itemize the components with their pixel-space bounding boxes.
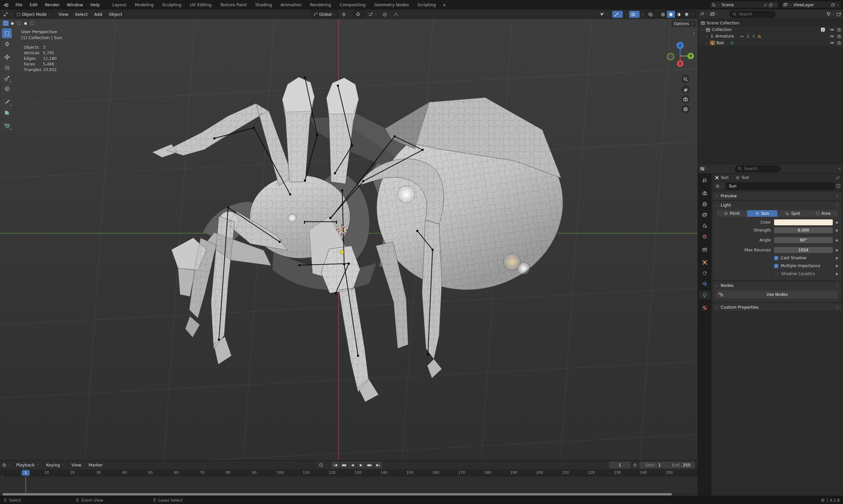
tab-output[interactable] <box>699 200 710 208</box>
new-collection-button[interactable] <box>837 12 841 17</box>
tab-object-data[interactable] <box>699 290 710 299</box>
hide-icon[interactable] <box>830 34 835 39</box>
properties-search[interactable] <box>735 165 781 172</box>
tab-constraints[interactable] <box>699 269 710 277</box>
light-type-sun[interactable]: Sun <box>747 210 777 217</box>
play-reverse-button[interactable]: ◀ <box>348 462 356 468</box>
workspace-tab[interactable]: Shading <box>251 1 276 9</box>
auto-keying-toggle[interactable] <box>317 462 324 468</box>
workspace-tab[interactable]: Modeling <box>131 1 158 9</box>
timeline-menu-playback[interactable]: Playback <box>13 461 42 469</box>
tab-world[interactable] <box>699 232 710 241</box>
viewport-menu-item[interactable]: View <box>55 11 72 18</box>
shading-material-button[interactable] <box>675 11 683 18</box>
max-bounces-field[interactable]: 1024 <box>774 247 833 253</box>
decorator-dot[interactable]: ● <box>834 221 838 224</box>
start-frame-field[interactable]: Start1 <box>639 462 667 468</box>
tab-render[interactable] <box>699 189 710 197</box>
close-icon[interactable] <box>836 3 839 7</box>
snap-with-dropdown[interactable] <box>366 11 379 18</box>
tool-add-cube[interactable] <box>2 121 12 130</box>
workspace-tab[interactable]: Rendering <box>306 1 335 9</box>
timeline-expand-icon[interactable] <box>1 474 4 478</box>
overlays-toggle[interactable] <box>629 11 640 18</box>
pivot-point-dropdown[interactable] <box>340 11 352 18</box>
tab-physics[interactable] <box>699 280 710 288</box>
workspace-tab[interactable]: Scripting <box>413 1 440 9</box>
camera-view-button[interactable] <box>681 95 690 104</box>
topbar-menu-item[interactable]: Help <box>87 1 103 8</box>
editor-type-button[interactable] <box>1 11 14 18</box>
breadcrumb-object[interactable]: Sun <box>721 175 728 180</box>
expand-icon[interactable] <box>705 34 708 38</box>
tool-rotate[interactable] <box>2 62 12 72</box>
workspace-tab[interactable]: Animation <box>277 1 306 9</box>
workspace-tab[interactable]: Geometry Nodes <box>370 1 413 9</box>
angle-field[interactable]: 90° <box>774 237 833 243</box>
outliner-row-armature[interactable]: Armature <box>698 33 843 39</box>
light-type-point[interactable]: Point <box>717 210 747 217</box>
outliner-display-mode-dropdown[interactable] <box>700 12 708 16</box>
proportional-falloff-dropdown[interactable] <box>392 11 405 18</box>
render-visibility-icon[interactable] <box>837 34 841 38</box>
playhead-line[interactable] <box>25 476 26 492</box>
jump-to-end-button[interactable]: ▶| <box>374 462 382 468</box>
use-nodes-button[interactable]: Use Nodes <box>716 290 838 299</box>
shadow-caustics-checkbox[interactable]: ✓ <box>774 271 779 276</box>
end-frame-field[interactable]: End250 <box>667 462 695 468</box>
workspace-tab[interactable]: UV Editing <box>186 1 215 9</box>
viewlayer-selector[interactable]: ViewLayer <box>782 1 841 8</box>
gizmo-axis-y-neg[interactable] <box>667 53 674 60</box>
play-button[interactable]: ▶ <box>357 462 365 468</box>
close-icon[interactable] <box>774 3 777 7</box>
shading-rendered-button[interactable] <box>683 11 691 18</box>
breadcrumb-data[interactable]: Sun <box>742 175 750 180</box>
jump-to-start-button[interactable]: |◀ <box>331 462 339 468</box>
gizmos-dropdown[interactable] <box>624 12 627 17</box>
gizmo-axis-x[interactable]: X <box>677 60 684 67</box>
new-viewlayer-icon[interactable] <box>831 3 835 7</box>
outliner-library-dropdown[interactable] <box>710 12 718 16</box>
topbar-menu-item[interactable]: Render <box>41 1 63 8</box>
outliner-row-sun[interactable]: Sun <box>698 39 843 46</box>
proportional-editing-toggle[interactable] <box>380 11 390 18</box>
hide-icon[interactable] <box>830 28 835 32</box>
tool-measure[interactable] <box>2 107 12 117</box>
properties-options-dropdown[interactable] <box>838 166 841 171</box>
sidebar-toggle[interactable] <box>692 31 696 36</box>
previous-keyframe-button[interactable]: ◀◆ <box>340 462 348 468</box>
options-dropdown[interactable]: Options <box>671 20 696 27</box>
tab-tool[interactable] <box>699 176 710 184</box>
xray-toggle[interactable] <box>646 11 657 18</box>
outliner-search-input[interactable] <box>738 12 772 17</box>
tab-scene[interactable] <box>699 221 710 230</box>
orientation-dropdown[interactable]: Global <box>311 11 338 18</box>
panel-light-header[interactable]: Light⠿ <box>713 201 841 209</box>
tool-cursor[interactable] <box>2 39 12 49</box>
blender-logo-icon[interactable] <box>3 2 9 7</box>
collection-checkbox[interactable]: ✓ <box>821 28 825 32</box>
viewport-canvas[interactable] <box>0 19 698 460</box>
select-mode-subtract-button[interactable] <box>16 20 22 26</box>
light-name-field[interactable]: Sun <box>726 182 835 190</box>
render-visibility-icon[interactable] <box>837 28 841 32</box>
tab-view-layer[interactable] <box>699 211 710 219</box>
object-visibility-dropdown[interactable] <box>598 11 610 18</box>
light-color-swatch[interactable] <box>774 219 833 225</box>
hide-icon[interactable] <box>830 40 835 46</box>
strength-field[interactable]: 6.000 <box>774 227 833 233</box>
timeline-scrollbar[interactable] <box>3 493 672 496</box>
overlays-dropdown[interactable] <box>641 12 644 17</box>
tab-collection[interactable] <box>699 245 710 254</box>
expand-icon[interactable] <box>701 28 704 32</box>
spider-mesh[interactable] <box>152 77 575 402</box>
new-scene-icon[interactable] <box>769 3 773 7</box>
tab-object[interactable] <box>699 258 710 267</box>
timeline-menu-marker[interactable]: Marker <box>85 461 106 469</box>
panel-preview-header[interactable]: Preview⠿ <box>713 192 841 200</box>
pin-icon[interactable] <box>763 3 768 7</box>
select-mode-invert-button[interactable] <box>22 20 29 26</box>
playhead-badge[interactable]: 1 <box>22 470 30 476</box>
topbar-menu-item[interactable]: Edit <box>27 1 41 8</box>
workspace-tab[interactable]: Compositing <box>336 1 369 9</box>
